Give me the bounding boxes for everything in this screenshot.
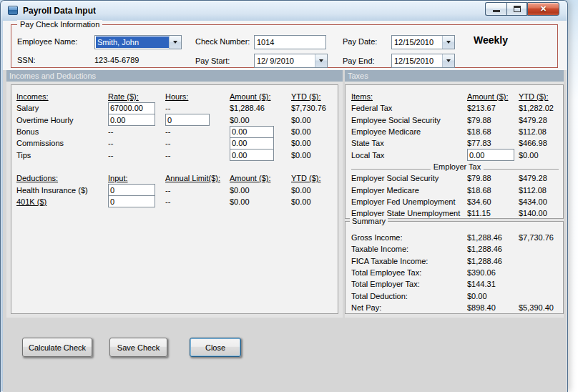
row-label: Taxable Income: — [351, 243, 467, 255]
header-strip: Pay Check Information Employee Name: Smi… — [3, 21, 567, 70]
minimize-icon — [493, 10, 500, 12]
window-close-button[interactable]: ✕ — [527, 2, 559, 16]
incomes-table: Incomes: Rate ($): Hours: Amount ($): YT… — [11, 84, 338, 314]
save-check-button[interactable]: Save Check — [109, 338, 167, 357]
local-tax-input[interactable] — [467, 149, 514, 161]
value-cell: $7,730.76 — [519, 232, 563, 243]
row-label: Total Employer Tax: — [351, 278, 467, 290]
app-window: Payroll Data Input ✕ Pay Check Informati… — [0, 0, 568, 392]
client-area: Pay Check Information Employee Name: Smi… — [3, 21, 567, 392]
value-cell: $434.00 — [519, 196, 563, 207]
pay-start-picker[interactable]: 12/ 9/2010 — [254, 54, 328, 68]
value-cell: $79.88 — [467, 172, 519, 184]
employer-tax-label: Employer Tax — [431, 162, 484, 171]
cell — [165, 114, 230, 126]
pay-date-dropdown-button[interactable] — [442, 36, 454, 49]
row-label: Employer Social Security — [351, 172, 467, 184]
row-label: Total Employee Tax: — [351, 267, 467, 278]
value-cell: $77.83 — [467, 137, 519, 149]
employee-name-label: Employee Name: — [17, 37, 77, 46]
row-label: Total Deduction: — [351, 290, 467, 301]
row-label: Employee Social Security — [351, 114, 467, 126]
summary-legend: Summary — [350, 217, 388, 225]
value-cell: $5,390.40 — [519, 302, 563, 313]
row-label: State Tax — [351, 137, 467, 149]
pay-end-picker[interactable]: 12/15/2010 — [391, 54, 455, 68]
pay-start-label: Pay Start: — [195, 57, 230, 65]
employee-name-combo[interactable]: Smith, John — [94, 35, 182, 49]
salary-rate-input[interactable] — [108, 102, 155, 114]
value-cell: -- — [108, 137, 165, 149]
col-header: Input: — [108, 172, 165, 184]
overtime-rate-input[interactable] — [108, 114, 155, 126]
bonus-amount-input[interactable] — [230, 126, 274, 138]
row-label: Net Pay: — [351, 302, 467, 313]
employee-name-value: Smith, John — [96, 36, 169, 48]
pay-start-dropdown-button[interactable] — [315, 54, 327, 67]
overtime-hours-input[interactable] — [165, 114, 210, 126]
maximize-button[interactable] — [506, 2, 527, 16]
value-cell: -- — [165, 184, 230, 195]
value-cell: $0.00 — [291, 196, 338, 207]
value-cell: -- — [165, 102, 230, 114]
col-header: YTD ($): — [519, 91, 563, 102]
value-cell: -- — [108, 126, 165, 137]
col-header: YTD ($): — [291, 172, 338, 184]
col-header: Amount ($): — [230, 172, 291, 184]
calculate-check-button[interactable]: Calculate Check — [22, 338, 92, 357]
close-icon: ✕ — [540, 5, 547, 13]
value-cell: $7,730.76 — [291, 102, 338, 114]
minimize-button[interactable] — [485, 2, 506, 16]
pay-frequency-label: Weekly — [474, 34, 508, 46]
row-label: Local Tax — [351, 149, 467, 160]
link-401k[interactable]: 401K ($) — [16, 196, 108, 207]
value-cell: $1,282.02 — [519, 102, 563, 114]
value-cell: $479.28 — [519, 114, 563, 126]
value-cell: $0.00 — [291, 114, 338, 126]
col-header: Hours: — [165, 91, 230, 102]
value-cell — [519, 267, 563, 278]
commissions-amount-input[interactable] — [230, 137, 274, 150]
cell — [467, 149, 519, 160]
value-cell — [519, 243, 563, 255]
value-cell: -- — [108, 149, 165, 160]
401k-input[interactable] — [108, 195, 155, 207]
health-insurance-input[interactable] — [108, 184, 155, 196]
value-cell: $1,288.46 — [467, 232, 519, 243]
check-number-input[interactable] — [254, 35, 326, 49]
value-cell: $0.00 — [291, 184, 338, 195]
value-cell: $0.00 — [291, 149, 338, 160]
value-cell: $0.00 — [467, 290, 519, 301]
paycheck-info-legend: Pay Check Information — [17, 20, 102, 29]
cell — [230, 149, 291, 160]
row-label: Tips — [16, 149, 108, 160]
chevron-down-icon — [173, 41, 177, 44]
value-cell: $898.40 — [467, 302, 519, 313]
incomes-section-title: Incomes and Deductions — [9, 72, 96, 80]
pay-end-dropdown-button[interactable] — [442, 54, 454, 67]
value-cell: $0.00 — [230, 114, 291, 126]
taxes-section-header: Taxes — [345, 70, 564, 82]
value-cell: $144.31 — [467, 278, 519, 290]
row-label: Employer Fed Unemployment — [351, 196, 467, 207]
row-label: Salary — [16, 102, 108, 114]
tips-amount-input[interactable] — [230, 149, 274, 161]
value-cell: -- — [165, 149, 230, 160]
value-cell: -- — [165, 137, 230, 149]
employee-name-dropdown-button[interactable] — [169, 36, 181, 49]
cell — [108, 114, 165, 126]
pay-start-value: 12/ 9/2010 — [255, 54, 315, 67]
pay-date-picker[interactable]: 12/15/2010 — [391, 35, 455, 49]
col-header: Items: — [351, 91, 467, 102]
window-controls: ✕ — [485, 2, 559, 16]
value-cell: $140.00 — [519, 207, 563, 219]
cell — [230, 126, 291, 137]
pay-end-label: Pay End: — [343, 57, 375, 65]
col-header: Deductions: — [16, 172, 108, 184]
row-label: FICA Taxable Income: — [351, 255, 467, 267]
value-cell: $390.06 — [467, 267, 519, 278]
close-button[interactable]: Close — [190, 338, 241, 357]
titlebar[interactable]: Payroll Data Input ✕ — [1, 1, 567, 21]
row-label: Bonus — [16, 126, 108, 137]
value-cell: -- — [165, 126, 230, 137]
